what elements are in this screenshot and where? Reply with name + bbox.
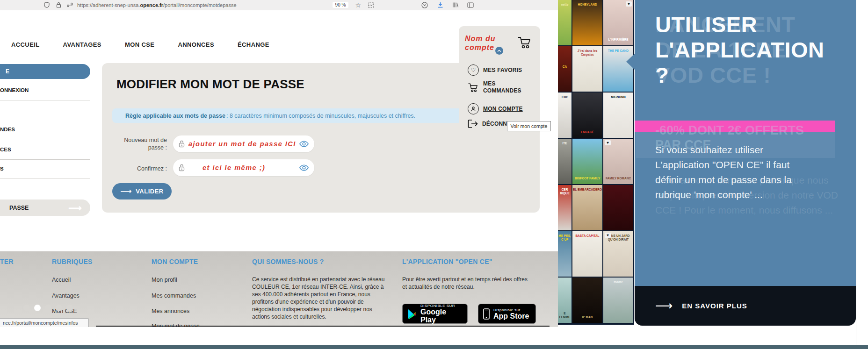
badge-label: App Store — [493, 312, 529, 320]
movie-poster[interactable]: E FEMME — [558, 278, 571, 323]
movie-poster[interactable]: IP MAN — [572, 278, 602, 323]
lock-icon[interactable] — [55, 1, 62, 9]
poster-title: madre — [603, 279, 633, 285]
footer-heading-qui-sommes-nous: QUI SOMMES-NOUS ? — [252, 258, 324, 265]
poster-title: HONEYLAND — [572, 2, 602, 7]
footer-link-accueil[interactable]: Accueil — [52, 277, 71, 283]
chevron-up-icon[interactable] — [495, 47, 503, 55]
pocket-icon[interactable] — [421, 1, 428, 9]
footer-app-text: Pour être averti partout et en temps rée… — [402, 276, 533, 291]
zoom-level-chip[interactable]: 90 % — [333, 2, 349, 8]
url-text[interactable]: https://adherent-snep-unsa.opence.fr/por… — [77, 2, 237, 8]
movie-poster[interactable]: MIGNONN — [603, 93, 633, 138]
movie-poster[interactable]: CA — [558, 46, 571, 92]
download-icon[interactable] — [437, 1, 444, 9]
cart-icon — [468, 82, 479, 93]
footer: TER RUBRIQUES Accueil Avantages Mon CSE … — [0, 251, 558, 327]
sidebar-item-commandes[interactable]: NDES — [0, 127, 90, 132]
poster-title: EL EMBARCADERO — [572, 187, 602, 192]
cart-icon[interactable] — [517, 36, 532, 50]
footer-link-mon-profil[interactable]: Mon profil — [152, 277, 177, 283]
nav-item-avantages[interactable]: AVANTAGES — [63, 41, 101, 48]
movie-poster[interactable]: BASTA CAPITAL — [572, 231, 602, 277]
heart-icon: ♡ — [468, 64, 479, 76]
sidebar-item-autre[interactable]: S — [0, 166, 90, 171]
library-icon[interactable] — [452, 1, 459, 9]
movie-poster[interactable]: ENRAGÉ — [572, 93, 602, 138]
nav-item-mon-cse[interactable]: MON CSE — [125, 41, 154, 48]
menu-item-label: MES FAVORIS — [483, 67, 522, 73]
menu-item-orders[interactable]: MES COMMANDES — [468, 80, 525, 94]
app-store-badge[interactable]: Disponible sur App Store — [478, 304, 536, 324]
footer-heading-mon-compte: MON COMPTE — [152, 258, 198, 265]
movie-poster[interactable]: ME PES, C UF — [558, 231, 571, 277]
favorite-heart-icon[interactable]: ♥ — [605, 233, 611, 238]
movie-poster[interactable]: EL EMBARCADERO — [572, 185, 602, 230]
menu-item-account[interactable]: MON COMPTE — [468, 103, 523, 114]
carousel-dot[interactable] — [23, 305, 30, 311]
sidebar-item-connexion[interactable]: ONNEXION — [0, 87, 90, 93]
arrow-right-icon: ⟶ — [655, 299, 673, 313]
carousel-dots — [23, 305, 77, 313]
poster-row: ME PES, C UFBASTA CAPITALDANS UN JARD QU… — [558, 231, 634, 277]
poster-title: J'irai dans les Carpates — [572, 48, 602, 57]
show-password-eye-icon[interactable] — [299, 141, 309, 147]
carousel-dot[interactable] — [45, 305, 51, 311]
badge-label: Google Play — [420, 308, 463, 324]
poster-row: CER RIQUEEL EMBARCADERO — [558, 185, 634, 230]
new-password-input[interactable]: ajouter un mot de passe ICI — [173, 135, 314, 152]
footer-heading-application: L'APPLICATION "OPEN CE" — [402, 258, 492, 265]
arrow-right-icon: ⟶ — [120, 186, 132, 196]
movie-poster[interactable]: nette — [558, 0, 571, 45]
sidebar-divider — [0, 178, 90, 178]
footer-link-mes-annonces[interactable]: Mes annonces — [152, 308, 189, 314]
movie-poster[interactable]: DANS UN JARD QU'ON DIRAIT♥ — [603, 231, 633, 277]
sidebar-toggle-icon[interactable] — [467, 1, 474, 9]
carousel-dot[interactable] — [56, 305, 62, 311]
sidebar-item-active[interactable]: E — [0, 64, 90, 79]
confirm-password-input[interactable]: et ici le même ;) — [173, 159, 314, 176]
bottom-teal-bar — [0, 345, 868, 349]
favorite-heart-icon[interactable]: ♥ — [605, 140, 611, 145]
nav-item-accueil[interactable]: ACCUEIL — [11, 41, 40, 48]
movie-poster[interactable]: CER RIQUE — [558, 185, 571, 230]
show-password-eye-icon[interactable] — [299, 164, 309, 171]
carousel-dot[interactable] — [66, 305, 73, 311]
movie-poster[interactable]: J'irai dans les Carpates — [572, 46, 602, 92]
menu-item-logout[interactable]: DÉCONN — [468, 119, 507, 128]
sidebar-divider — [0, 139, 90, 139]
cta-en-savoir-plus[interactable]: ⟶ EN SAVOIR PLUS — [635, 286, 856, 326]
movie-poster[interactable]: ITE — [558, 139, 571, 184]
bookmark-star-icon[interactable]: ☆ — [355, 2, 361, 8]
movie-poster[interactable]: FAMILY ROMANC♥ — [603, 139, 633, 184]
tooltip: Voir mon compte — [507, 121, 551, 131]
google-play-badge[interactable]: DISPONIBLE SUR Google Play — [402, 304, 468, 324]
cta-label: EN SAVOIR PLUS — [682, 302, 747, 310]
permissions-icon[interactable] — [66, 1, 73, 9]
new-password-label: Nouveau mot de passe : — [113, 136, 167, 151]
account-name[interactable]: Nom du compte — [465, 34, 496, 52]
nav-item-echange[interactable]: ÉCHANGE — [238, 41, 269, 48]
screenshot-icon[interactable] — [368, 1, 375, 9]
submit-button[interactable]: ⟶ VALIDER — [112, 183, 172, 199]
movie-poster[interactable]: HONEYLAND — [572, 0, 602, 45]
poster-title: IP MAN — [572, 314, 602, 320]
sidebar-item-mot-de-passe[interactable]: PASSE ⟶ — [0, 199, 90, 216]
sidebar-divider — [0, 100, 90, 100]
favorite-heart-icon[interactable]: ♥ — [626, 1, 632, 7]
menu-item-favorites[interactable]: ♡ MES FAVORIS — [468, 64, 522, 76]
movie-poster[interactable]: Fille — [558, 93, 571, 138]
movie-poster[interactable]: madre — [603, 278, 633, 323]
movie-poster[interactable] — [603, 185, 633, 230]
shield-icon[interactable] — [43, 1, 51, 9]
google-play-icon — [407, 309, 417, 319]
footer-link-mes-commandes[interactable]: Mes commandes — [152, 292, 196, 299]
nav-item-annonces[interactable]: ANNONCES — [178, 41, 214, 48]
sidebar-item-annonces[interactable]: CES — [0, 147, 90, 152]
footer-heading-clipped: TER — [0, 258, 14, 265]
movie-poster[interactable]: BIGFOOT FAMILY — [572, 139, 602, 184]
carousel-dot[interactable] — [34, 305, 41, 311]
movie-poster[interactable]: L'INFIRMIÈRE♥ — [603, 0, 633, 45]
new-password-placeholder: ajouter un mot de passe ICI — [188, 140, 296, 148]
footer-link-avantages[interactable]: Avantages — [52, 292, 80, 299]
